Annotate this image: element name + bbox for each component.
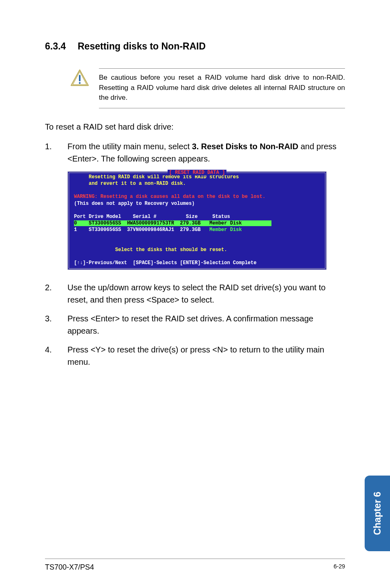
terminal-recovery: (This does not apply to Recovery volumes…: [74, 200, 320, 207]
terminal-screenshot: [ RESET RAID DATA ] Resetting RAID disk …: [67, 171, 345, 270]
intro-paragraph: To reset a RAID set hard disk drive:: [45, 121, 345, 133]
terminal-warning: WARNING: Resetting a disk causes all dat…: [74, 193, 320, 200]
warning-icon: [69, 68, 90, 90]
step-3: 3. Press <Enter> to reset the RAID set d…: [45, 312, 345, 337]
terminal-blank5: [74, 253, 320, 260]
terminal-window: [ RESET RAID DATA ] Resetting RAID disk …: [67, 171, 327, 270]
step-number: 4.: [45, 343, 67, 368]
terminal-title: [ RESET RAID DATA ]: [69, 170, 325, 175]
step-number: 3.: [45, 312, 67, 337]
page-footer: TS700-X7/PS4 6-29: [45, 559, 345, 572]
terminal-blank: [74, 187, 320, 193]
footer-page-number: 6-29: [334, 563, 345, 572]
section-heading: 6.3.4Resetting disks to Non-RAID: [45, 41, 345, 52]
terminal-row-0: 0 ST3300656SS HWAS0000991753TR 279.3GB M…: [74, 220, 320, 227]
terminal-blank2: [74, 207, 320, 213]
terminal-msg2: and revert it to a non-RAID disk.: [74, 180, 320, 187]
step-1: 1. From the utility main menu, select 3.…: [45, 140, 345, 165]
caution-note: Be cautious before you reset a RAID volu…: [69, 68, 345, 108]
step-body: Press <Enter> to reset the RAID set driv…: [67, 312, 345, 337]
step-number: 1.: [45, 140, 67, 165]
svg-point-1: [79, 82, 81, 84]
step-text-pre: From the utility main menu, select: [67, 142, 192, 151]
terminal-blank3: [74, 233, 320, 240]
terminal-select-prompt: Select the disks that should be reset.: [74, 247, 320, 253]
step-body: Use the up/down arrow keys to select the…: [67, 281, 345, 306]
note-text: Be cautious before you reset a RAID volu…: [99, 73, 345, 103]
step-text-bold: 3. Reset Disks to Non-RAID: [192, 142, 298, 151]
section-title: Resetting disks to Non-RAID: [78, 41, 206, 52]
step-body: From the utility main menu, select 3. Re…: [67, 140, 345, 165]
section-number: 6.3.4: [45, 41, 78, 52]
note-text-wrapper: Be cautious before you reset a RAID volu…: [99, 68, 345, 108]
step-2: 2. Use the up/down arrow keys to select …: [45, 281, 345, 306]
step-number: 2.: [45, 281, 67, 306]
terminal-table-header: Port Drive Model Serial # Size Status: [74, 213, 320, 220]
step-4: 4. Press <Y> to reset the drive(s) or pr…: [45, 343, 345, 368]
terminal-footer: [↑↓]-Previous/Next [SPACE]-Selects [ENTE…: [74, 260, 320, 266]
terminal-blank4: [74, 240, 320, 247]
terminal-row-1: 1 ST3300656SS 37VN00009846RAJ1 279.3GB M…: [74, 227, 320, 233]
chapter-tab-label: Chapter 6: [372, 491, 383, 535]
footer-model: TS700-X7/PS4: [45, 563, 94, 572]
terminal-body: Resetting RAID disk will remove its RAID…: [69, 173, 325, 268]
terminal-title-text: [ RESET RAID DATA ]: [168, 170, 227, 175]
chapter-tab: Chapter 6: [365, 476, 390, 551]
step-body: Press <Y> to reset the drive(s) or press…: [67, 343, 345, 368]
